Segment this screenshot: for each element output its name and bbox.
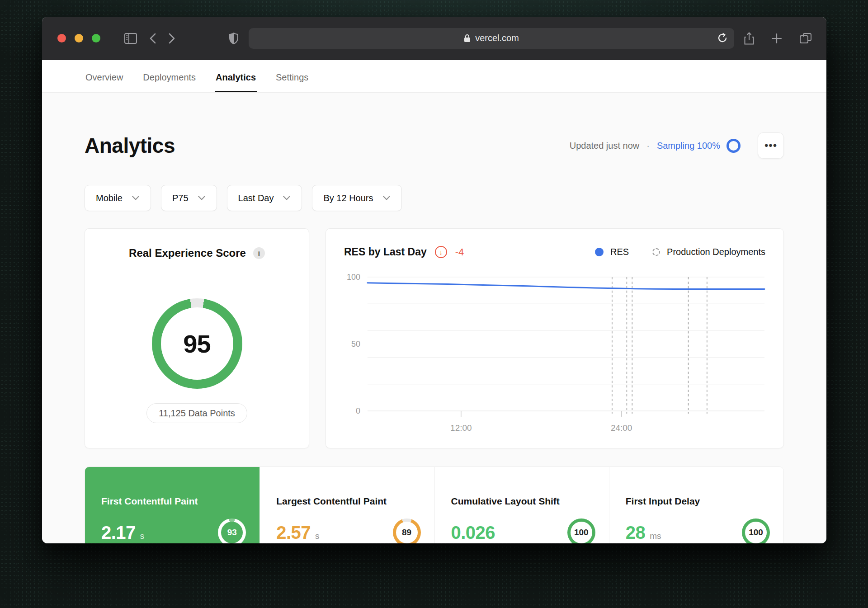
percentile-dropdown[interactable]: P75 bbox=[161, 185, 217, 211]
chevron-down-icon bbox=[382, 195, 391, 201]
browser-toolbar: vercel.com bbox=[42, 17, 826, 60]
lcp-unit: s bbox=[315, 531, 320, 541]
data-points-badge: 11,125 Data Points bbox=[146, 403, 247, 423]
res-card-title: Real Experience Score bbox=[129, 247, 246, 259]
lcp-score-ring: 89 bbox=[393, 518, 421, 543]
web-vitals-row: First Contentful Paint 2.17 s 93 Largest… bbox=[85, 467, 784, 543]
svg-text:12:00: 12:00 bbox=[450, 423, 472, 433]
chevron-down-icon bbox=[283, 195, 291, 201]
address-bar[interactable]: vercel.com bbox=[249, 28, 734, 49]
url-text: vercel.com bbox=[475, 33, 519, 43]
sampling-link[interactable]: Sampling 100% bbox=[657, 139, 741, 153]
chart-title: RES by Last Day bbox=[344, 246, 427, 258]
fid-score-ring: 100 bbox=[742, 518, 770, 543]
zoom-window-button[interactable] bbox=[92, 34, 100, 42]
browser-window: vercel.com bbox=[42, 17, 826, 543]
info-icon[interactable]: i bbox=[253, 247, 265, 259]
tab-deployments[interactable]: Deployments bbox=[143, 72, 196, 92]
header-meta: Updated just now · Sampling 100% ••• bbox=[570, 132, 784, 159]
fid-unit: ms bbox=[650, 531, 661, 541]
tab-overview-icon[interactable] bbox=[799, 33, 812, 44]
svg-text:0: 0 bbox=[356, 406, 360, 415]
res-series-dot-icon bbox=[595, 248, 604, 256]
window-controls bbox=[57, 34, 100, 42]
sampling-ring-icon bbox=[726, 139, 741, 153]
tab-overview[interactable]: Overview bbox=[85, 72, 123, 92]
chart-legend: RES Production Deployments bbox=[595, 247, 765, 257]
more-options-button[interactable]: ••• bbox=[758, 132, 784, 159]
svg-text:100: 100 bbox=[347, 273, 360, 282]
res-score-gauge: 95 bbox=[152, 298, 242, 389]
delta-value: -4 bbox=[455, 246, 464, 258]
lcp-value: 2.57 bbox=[276, 523, 311, 543]
fcp-unit: s bbox=[140, 531, 145, 541]
page-title: Analytics bbox=[85, 133, 175, 158]
interval-dropdown[interactable]: By 12 Hours bbox=[312, 185, 401, 211]
cls-score-ring: 100 bbox=[567, 518, 595, 543]
fcp-score-ring: 93 bbox=[218, 518, 246, 543]
real-experience-score-card: Real Experience Score i 95 11,125 Data P… bbox=[85, 228, 309, 448]
minimize-window-button[interactable] bbox=[75, 34, 83, 42]
project-nav: Overview Deployments Analytics Settings bbox=[42, 60, 826, 93]
tab-settings[interactable]: Settings bbox=[276, 72, 308, 92]
metric-card-fcp[interactable]: First Contentful Paint 2.17 s 93 bbox=[85, 467, 259, 543]
forward-icon[interactable] bbox=[168, 33, 175, 44]
res-chart-card: RES by Last Day ↓ -4 RES Production Depl… bbox=[326, 228, 784, 448]
analytics-page: Analytics Updated just now · Sampling 10… bbox=[42, 93, 826, 543]
metric-card-fid[interactable]: First Input Delay 28 ms 100 bbox=[609, 467, 783, 543]
updated-status: Updated just now bbox=[570, 141, 640, 151]
filter-bar: Mobile P75 Last Day By 12 Hours bbox=[85, 185, 784, 211]
close-window-button[interactable] bbox=[57, 34, 66, 42]
metric-card-cls[interactable]: Cumulative Layout Shift 0.026 100 bbox=[434, 467, 609, 543]
device-dropdown[interactable]: Mobile bbox=[85, 185, 151, 211]
meta-separator: · bbox=[646, 141, 650, 151]
share-icon[interactable] bbox=[744, 32, 754, 45]
res-chart: 10050012:0024:00 bbox=[344, 269, 765, 437]
back-icon[interactable] bbox=[149, 33, 156, 44]
chevron-down-icon bbox=[132, 195, 140, 201]
fid-value: 28 bbox=[626, 523, 646, 543]
cls-value: 0.026 bbox=[451, 523, 495, 543]
legend-production-deployments: Production Deployments bbox=[652, 247, 765, 257]
svg-text:24:00: 24:00 bbox=[611, 423, 632, 433]
sidebar-toggle-icon[interactable] bbox=[124, 33, 137, 44]
legend-res: RES bbox=[595, 247, 629, 257]
fcp-value: 2.17 bbox=[101, 523, 136, 543]
trend-down-icon: ↓ bbox=[435, 246, 447, 258]
range-dropdown[interactable]: Last Day bbox=[227, 185, 302, 211]
new-tab-icon[interactable] bbox=[771, 33, 782, 44]
privacy-shield-icon[interactable] bbox=[229, 32, 239, 45]
deployment-dashed-circle-icon bbox=[652, 248, 660, 256]
res-score-value: 95 bbox=[183, 329, 210, 358]
chevron-down-icon bbox=[198, 195, 206, 201]
reload-icon[interactable] bbox=[717, 32, 728, 44]
tab-analytics[interactable]: Analytics bbox=[216, 72, 256, 92]
lock-icon bbox=[464, 34, 471, 42]
svg-text:50: 50 bbox=[351, 339, 360, 349]
metric-card-lcp[interactable]: Largest Contentful Paint 2.57 s 89 bbox=[259, 467, 434, 543]
